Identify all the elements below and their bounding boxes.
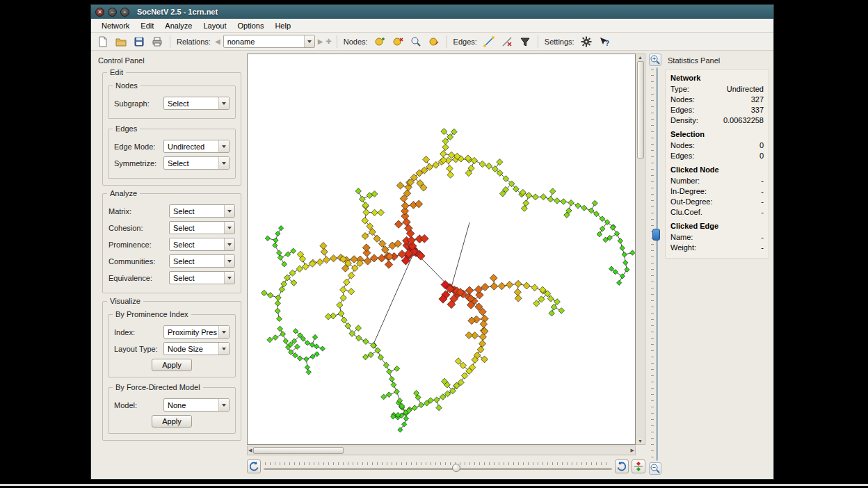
relayout-button[interactable] bbox=[632, 459, 645, 473]
menu-item-edit[interactable]: Edit bbox=[136, 20, 159, 31]
rotation-slider-groove bbox=[264, 468, 612, 470]
model-select[interactable]: None bbox=[163, 398, 230, 412]
chevron-down-icon bbox=[218, 343, 229, 355]
network-canvas[interactable] bbox=[247, 54, 636, 445]
add-node-button[interactable] bbox=[372, 34, 387, 49]
settings-button[interactable] bbox=[579, 34, 594, 49]
analyze-group: Analyze Matrix: Select Cohesion: Select … bbox=[102, 193, 241, 293]
stat-row-edges: Edges:337 bbox=[670, 106, 764, 114]
stat-row-clucoef: Clu.Coef.- bbox=[670, 208, 764, 216]
subgraph-select[interactable]: Select bbox=[163, 97, 230, 110]
node-properties-button[interactable] bbox=[426, 34, 442, 49]
canvas-horizontal-scrollbar[interactable]: ◀ ▶ bbox=[247, 446, 636, 455]
canvas-vertical-scrollbar[interactable]: ▲ ▼ bbox=[636, 54, 645, 445]
close-button[interactable]: ✕ bbox=[95, 8, 104, 17]
window-title: SocNetV 2.5 - 1crn.net bbox=[137, 8, 218, 16]
prominence-index-group: By Prominence Index Index: Proximity Pre… bbox=[108, 314, 236, 377]
whats-this-button[interactable]: ? bbox=[597, 34, 612, 49]
desktop: ✕ − + SocNetV 2.5 - 1crn.net Network Edi… bbox=[0, 0, 868, 488]
zoom-out-icon bbox=[650, 463, 661, 474]
menu-item-network[interactable]: Network bbox=[97, 20, 134, 31]
rotation-controls bbox=[247, 458, 645, 475]
matrix-label: Matrix: bbox=[108, 207, 131, 215]
rotate-right-icon bbox=[616, 461, 627, 472]
scroll-right-icon[interactable]: ▶ bbox=[631, 448, 634, 453]
new-network-button[interactable] bbox=[95, 34, 111, 49]
add-edge-icon bbox=[483, 36, 495, 47]
zoom-slider-handle[interactable] bbox=[652, 229, 660, 241]
prominence-apply-button[interactable]: Apply bbox=[152, 359, 192, 371]
symmetrize-select[interactable]: Select bbox=[163, 156, 230, 170]
rotation-slider-handle[interactable] bbox=[452, 464, 460, 472]
remove-node-icon bbox=[392, 36, 403, 47]
rotate-left-button[interactable] bbox=[247, 459, 261, 473]
node-properties-icon bbox=[428, 36, 440, 47]
cohesion-select[interactable]: Select bbox=[169, 221, 235, 234]
control-panel-title: Control Panel bbox=[98, 56, 244, 65]
save-network-button[interactable] bbox=[131, 34, 147, 49]
menu-item-layout[interactable]: Layout bbox=[198, 20, 231, 31]
previous-relation-icon[interactable]: ◀ bbox=[215, 38, 220, 45]
prominence-select[interactable]: Select bbox=[169, 238, 235, 251]
stat-row-sel-edges: Edges:0 bbox=[670, 152, 764, 160]
communities-label: Communities: bbox=[108, 257, 155, 266]
scroll-up-icon[interactable]: ▲ bbox=[638, 55, 643, 60]
scroll-down-icon[interactable]: ▼ bbox=[638, 439, 643, 444]
add-edge-button[interactable] bbox=[481, 34, 497, 49]
edges-group-title: Edges bbox=[113, 124, 140, 133]
network-stats-header: Network bbox=[670, 74, 764, 82]
equivalence-label: Equivalence: bbox=[108, 274, 152, 282]
force-directed-group-title: By Force-Directed Model bbox=[113, 383, 203, 391]
app-window: ✕ − + SocNetV 2.5 - 1crn.net Network Edi… bbox=[90, 4, 774, 480]
add-relation-icon[interactable]: ✚ bbox=[326, 38, 331, 45]
horizontal-scroll-thumb[interactable] bbox=[253, 447, 344, 454]
zoom-in-button[interactable] bbox=[649, 54, 661, 66]
network-graph[interactable] bbox=[248, 54, 635, 444]
clicked-node-header: Clicked Node bbox=[670, 165, 764, 174]
zoom-slider[interactable] bbox=[650, 67, 660, 461]
chevron-down-icon bbox=[218, 399, 229, 411]
remove-edge-button[interactable] bbox=[499, 34, 515, 49]
relations-combobox[interactable]: noname bbox=[223, 35, 315, 48]
stat-row-nodes: Nodes:327 bbox=[670, 95, 764, 104]
stat-row-edge-weight: Weight:- bbox=[670, 243, 764, 252]
symmetrize-label: Symmetrize: bbox=[114, 159, 156, 168]
filter-edges-button[interactable] bbox=[517, 34, 533, 49]
toolbar-separator bbox=[337, 35, 337, 48]
index-select[interactable]: Proximity Pres bbox=[163, 325, 230, 339]
chevron-down-icon bbox=[218, 97, 229, 109]
menu-item-help[interactable]: Help bbox=[270, 20, 296, 31]
stat-row-edge-name: Name:- bbox=[670, 233, 764, 241]
force-apply-button[interactable]: Apply bbox=[152, 415, 192, 428]
zoom-out-button[interactable] bbox=[649, 462, 661, 475]
remove-node-button[interactable] bbox=[390, 34, 405, 49]
stat-row-density: Density:0.00632258 bbox=[670, 116, 764, 124]
titlebar[interactable]: ✕ − + SocNetV 2.5 - 1crn.net bbox=[91, 5, 773, 19]
chevron-down-icon bbox=[224, 205, 234, 217]
open-folder-icon bbox=[115, 36, 127, 47]
main-area: Control Panel Edit Nodes Subgraph: Selec… bbox=[91, 51, 773, 479]
vertical-scroll-thumb[interactable] bbox=[637, 61, 644, 158]
rotation-slider[interactable] bbox=[264, 460, 612, 473]
chevron-down-icon bbox=[224, 238, 234, 250]
communities-select[interactable]: Select bbox=[169, 254, 235, 268]
open-network-button[interactable] bbox=[113, 34, 129, 49]
matrix-select[interactable]: Select bbox=[169, 204, 235, 218]
relation-value: noname bbox=[224, 38, 304, 46]
force-directed-group: By Force-Directed Model Model: None Appl… bbox=[108, 387, 236, 434]
menu-item-options[interactable]: Options bbox=[232, 20, 268, 31]
find-node-button[interactable] bbox=[408, 34, 424, 49]
edge-mode-select[interactable]: Undirected bbox=[163, 140, 230, 153]
next-relation-icon[interactable]: ▶ bbox=[318, 38, 323, 45]
index-label: Index: bbox=[114, 328, 135, 336]
add-node-icon bbox=[374, 36, 385, 47]
canvas-column: ▲ ▼ ◀ ▶ bbox=[247, 54, 645, 475]
maximize-button[interactable]: + bbox=[120, 8, 129, 17]
minimize-button[interactable]: − bbox=[108, 8, 117, 17]
equivalence-select[interactable]: Select bbox=[169, 271, 235, 284]
scroll-left-icon[interactable]: ◀ bbox=[248, 448, 252, 453]
print-network-button[interactable] bbox=[150, 34, 165, 49]
rotate-right-button[interactable] bbox=[615, 459, 629, 473]
menu-item-analyze[interactable]: Analyze bbox=[160, 20, 197, 31]
layout-type-select[interactable]: Node Size bbox=[163, 342, 230, 355]
